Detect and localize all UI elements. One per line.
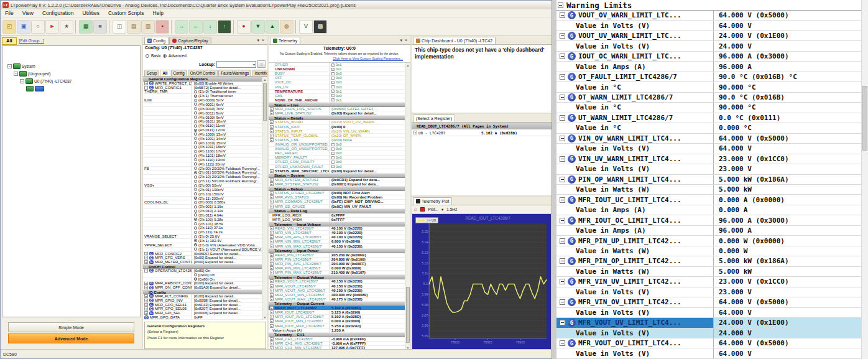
menu-custom-scripts[interactable]: Custom Scripts [104,10,149,16]
config-row[interactable]: COOLING_DL(3'b 000) 0.580s [143,200,267,205]
warning-limit-row[interactable]: GVIN_UV_WARN_LIMIT_LTC4...23.000 V (0x1C… [556,154,861,164]
telemetry-row[interactable]: +STATUS_INPUT(0x20) VIN_UV_WARN [269,129,410,134]
expander-icon[interactable]: + [270,226,274,230]
telemetry-row[interactable]: +MFR_SD_CAUSE(0x0C) VIN_UV_FAULT [269,205,410,209]
verify-icon[interactable]: V [299,20,313,34]
telemetry-row[interactable]: +READ_VOUT_LTC4286/740.150 V (0x3230) [269,279,410,284]
warning-unit-row[interactable]: Value in Amps (A)96.000 A [556,62,861,72]
expander-icon[interactable]: + [270,129,274,133]
expander-icon[interactable]: + [270,310,274,314]
expander-icon[interactable]: + [270,120,274,124]
config-row[interactable]: (2'b 01) 100mV [143,188,267,192]
config-row[interactable]: (1'b 1) VOUT (Attenuated SOURCE V... [143,248,267,252]
collapse-icon[interactable] [560,136,565,141]
warning-unit-row[interactable]: Value in Volts (V)24.000 V [556,329,861,338]
config-row[interactable]: (4'b 0100) 9mV [143,116,267,120]
telemetry-row[interactable]: OTHER✓0x1 [269,63,410,67]
config-row[interactable]: (3'b 100) 9.28s [143,218,267,222]
radio-option[interactable] [194,210,197,213]
collapse-icon[interactable] [560,33,565,39]
custom-scaling-link[interactable]: Click Here to View Custom Scaling Parame… [269,57,410,62]
expander-icon[interactable]: + [413,131,417,134]
radio-option[interactable] [194,150,197,153]
radio-option[interactable] [194,201,197,204]
config-row[interactable]: −GOPERATION_LTC4286/7[0x80] On [143,269,267,273]
config-row[interactable]: VGS+(2'b 00) 50mV [143,184,267,188]
search-icon[interactable]: ○ [257,60,265,68]
expander-icon[interactable]: + [270,337,274,341]
telemetry-row[interactable]: MEMORY_FAULT?0x0 [269,156,410,160]
radio-option[interactable] [194,231,197,234]
telemetry-row[interactable]: VIN_UV0x0 [269,85,410,90]
expander-icon[interactable]: + [144,294,148,298]
advanced-mode-button[interactable]: Advanced Mode [8,333,134,343]
tab-telemetry-plot[interactable]: Telemetry Plot [413,197,452,205]
advanced-radio[interactable] [163,54,167,58]
save-project-icon[interactable]: ▣ [17,20,30,34]
checkbox-icon[interactable] [331,152,335,155]
collapse-icon[interactable] [560,74,565,80]
config-row[interactable]: (4'b 1000) 13mV [143,133,267,137]
radio-selected[interactable] [194,243,197,246]
config-row[interactable]: +GMFR_REBOOT_CONTROL[0x00] Expand for de… [143,282,267,286]
radio-option[interactable] [194,99,197,102]
telemetry-row[interactable]: CML0x0 [269,94,410,98]
ram-to-pc-icon[interactable]: ← [189,20,203,34]
config-row[interactable]: (4'b 1101) 18mV [143,154,267,158]
edit-group-link[interactable]: [Edit Group...] [19,39,44,43]
config-row[interactable]: (3'b 111) 74.2s [143,230,267,235]
cookie-jar-icon[interactable]: ◍ [280,20,293,34]
expander-icon[interactable]: + [270,262,274,266]
config-row[interactable]: +GMFR_ON_OFF_CONFIG[0x01A0] Expand for d… [143,286,267,290]
tree-item-u0-7-h40-ltc4287[interactable]: −U0 (7'h40) -LTC4287 [7,77,140,85]
checkbox-icon[interactable] [331,77,335,80]
telemetry-row[interactable]: +MFR_VIN_AVG_LTC4286/740.100 V (0x3220) [269,235,410,240]
warning-limit-row[interactable]: GPIN_OP_WARN_LIMIT_LTC4...5.000 kW (0x18… [556,175,861,185]
warning-unit-row[interactable]: Value in Volts (V)23.000 V [556,287,861,297]
config-row[interactable]: [0x80] On [143,277,267,282]
config-row[interactable]: [0x00] Off [143,273,267,277]
expander-icon[interactable]: + [270,306,274,310]
config-row[interactable]: (3'b 101) 18.5s [143,222,267,226]
radio-selected[interactable] [194,218,197,221]
menu-view[interactable]: View [18,10,38,16]
expander-icon[interactable]: − [144,86,148,90]
scrollbar-thumb[interactable] [406,287,410,343]
config-row[interactable]: GMFR_GPO_DATA0xFF [143,315,267,320]
radio-option[interactable] [194,205,197,208]
scrollbar-thumb[interactable] [862,86,867,151]
scroll-down-icon[interactable]: ▼ [264,315,267,319]
tab-select-register[interactable]: (Select a Register) [413,114,455,122]
warning-unit-row[interactable]: Value in Watts (W)0.000 W [556,246,861,256]
telemetry-row[interactable]: +MFR_VOUT_MIN_LTC4286/7400.000 mV (0x008… [269,293,410,297]
warning-limit-row[interactable]: GIOUT_OC_WARN_LIMIT_LTC...96.000 A (0x30… [556,52,861,62]
radio-selected[interactable] [194,95,197,98]
telemetry-row[interactable]: +MFR_PIN_MAX_LTC4286/7210.400 W (0x0107) [269,271,410,275]
warning-unit-row[interactable]: Value in Volts (V)24.000 V [556,41,861,51]
collapse-icon[interactable] [560,156,565,162]
telemetry-row[interactable]: +READ_IOUT_LTC4286/75.102 A (0x028D) [269,306,410,310]
telemetry-row[interactable]: +STATUS_MFR_SPECIFIC_LTC4286/7(0x00) Exp… [269,169,410,174]
warning-limit-row[interactable]: GMFR_PIN_OP_LIMIT_LTC42...5.000 kW (0x18… [556,256,861,266]
checkbox-icon[interactable] [331,143,335,146]
warning-unit-row[interactable]: Value in °C90.000 °C [556,103,861,113]
radio-option[interactable] [194,180,197,183]
open-project-icon[interactable]: ◰ [2,20,16,34]
telemetry-row[interactable]: +MFR_VOUT_MAX_LTC4286/740.175 V (0x3238) [269,297,410,302]
close-icon[interactable]: × [405,38,407,43]
tree-expander-icon[interactable]: − [7,64,12,68]
radio-selected[interactable] [194,171,197,174]
collapse-icon[interactable] [560,218,565,223]
telemetry-row[interactable]: INVALID_OR_UNSUPPORTED_DATA0x0 [269,147,410,151]
tree-expander-icon[interactable]: − [20,79,24,83]
radio-selected[interactable] [194,197,197,200]
telemetry-row[interactable]: +MFR_VOUT_AVG_LTC4286/740.150 V (0x3230) [269,289,410,293]
telemetry-row[interactable]: OFF0x0 [269,76,410,80]
collapse-icon[interactable] [560,197,565,203]
config-row[interactable]: (4'b 0010) 7mV [143,107,267,111]
warning-unit-row[interactable]: Value in Watts (W)5.000 kW [556,267,861,277]
expander-icon[interactable]: + [270,271,274,274]
tree-item-system[interactable]: −System [7,62,140,70]
expander-icon[interactable]: + [270,125,274,129]
telemetry-row[interactable]: +MFR_VOUT_LTC4286/740.150 V (0x3230) [269,284,410,288]
